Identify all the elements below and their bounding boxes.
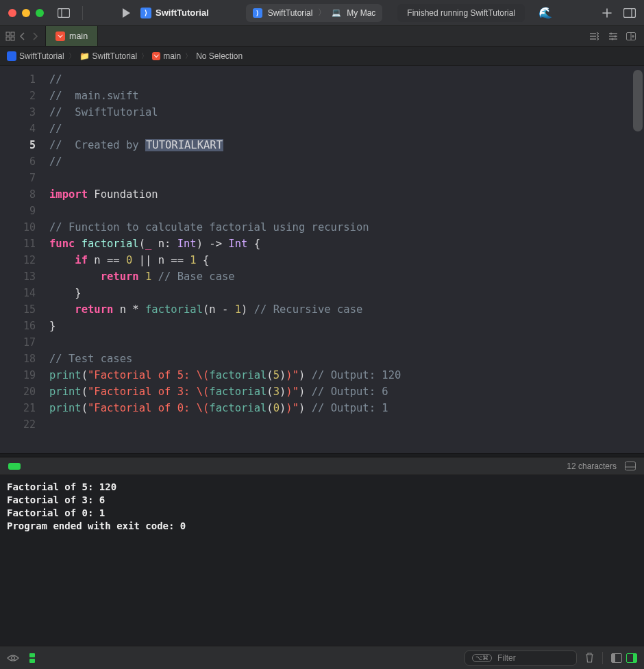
run-button-icon[interactable]	[121, 8, 131, 18]
svg-rect-13	[626, 462, 636, 470]
trash-icon[interactable]	[585, 653, 594, 663]
console-view-icon[interactable]	[625, 462, 636, 470]
breadcrumb-file[interactable]: main	[152, 51, 181, 61]
project-icon	[7, 51, 16, 61]
console-pane-toggle[interactable]	[626, 653, 637, 663]
svg-rect-6	[6, 37, 10, 40]
breadcrumb-project[interactable]: SwiftTutorial	[7, 51, 64, 61]
app-icon: ⟩	[140, 8, 151, 18]
window-controls	[8, 9, 44, 17]
swift-file-icon	[55, 31, 65, 41]
editor-options-icon[interactable]	[589, 32, 600, 40]
scheme-icon: ⟩	[253, 8, 262, 18]
filter-placeholder: Filter	[497, 653, 516, 663]
zoom-window-button[interactable]	[36, 9, 44, 17]
breakpoint-icon[interactable]	[27, 653, 37, 664]
titlebar: ⟩ SwiftTutorial ⟩ SwiftTutorial 〉 💻 My M…	[0, 0, 644, 26]
project-title: ⟩ SwiftTutorial	[140, 8, 209, 18]
filter-input[interactable]: ⌥⌘ Filter	[465, 651, 577, 666]
tab-bar: main	[0, 26, 644, 47]
mac-icon: 💻	[332, 8, 341, 17]
run-status-badge	[8, 463, 21, 470]
svg-point-9	[615, 35, 617, 37]
character-count: 12 characters	[567, 462, 617, 471]
svg-rect-4	[6, 32, 10, 36]
library-icon[interactable]	[623, 8, 636, 18]
separator	[82, 6, 83, 20]
variables-pane-toggle[interactable]	[611, 653, 622, 663]
scrollbar-thumb[interactable]	[633, 70, 643, 131]
folder-icon: 📁	[79, 51, 90, 61]
tab-main[interactable]: main	[45, 26, 98, 46]
scheme-selector[interactable]: ⟩ SwiftTutorial 〉 💻 My Mac	[246, 4, 383, 22]
svg-point-8	[610, 32, 612, 34]
left-sidebar-toggle-icon[interactable]	[58, 8, 70, 18]
activity-status: Finished running SwiftTutorial	[397, 4, 525, 22]
code-editor[interactable]: 12345678910111213141516171819202122 ////…	[0, 66, 644, 453]
minimize-window-button[interactable]	[22, 9, 30, 17]
console-header: 12 characters	[0, 457, 644, 475]
visibility-icon[interactable]	[7, 654, 19, 662]
add-tab-icon[interactable]	[602, 8, 612, 18]
line-gutter: 12345678910111213141516171819202122	[0, 66, 42, 453]
breadcrumb-selection[interactable]: No Selection	[196, 51, 243, 61]
related-items-icon[interactable]	[5, 31, 15, 41]
swift-file-icon	[152, 52, 160, 60]
debug-area-separator	[602, 652, 603, 664]
svg-rect-16	[29, 653, 35, 657]
project-name: SwiftTutorial	[156, 8, 209, 18]
nav-forward-icon[interactable]	[30, 32, 40, 40]
destination-name: My Mac	[347, 8, 375, 18]
adjust-editor-icon[interactable]	[608, 32, 618, 40]
close-window-button[interactable]	[8, 9, 16, 17]
nav-back-icon[interactable]	[18, 32, 27, 40]
breadcrumb: SwiftTutorial 〉 📁SwiftTutorial 〉 main 〉 …	[0, 47, 644, 66]
breadcrumb-folder[interactable]: 📁SwiftTutorial	[79, 51, 138, 61]
svg-point-10	[612, 38, 614, 40]
console-output[interactable]: Factorial of 5: 120Factorial of 3: 6Fact…	[0, 475, 644, 646]
svg-rect-17	[29, 659, 35, 663]
debug-bar: ⌥⌘ Filter	[0, 646, 644, 669]
tab-label: main	[69, 31, 88, 41]
chevron-right-icon: 〉	[141, 51, 148, 61]
svg-rect-0	[58, 8, 70, 17]
svg-point-15	[12, 656, 15, 659]
activity-icon: 🌊	[538, 6, 552, 19]
filter-shortcut-badge: ⌥⌘	[472, 654, 492, 662]
chevron-right-icon: 〉	[185, 51, 192, 61]
scheme-name: SwiftTutorial	[268, 8, 313, 18]
pane-toggle[interactable]	[611, 653, 637, 663]
scheme-separator: 〉	[318, 7, 326, 18]
chevron-right-icon: 〉	[69, 51, 75, 61]
svg-rect-5	[11, 32, 14, 36]
svg-rect-7	[11, 37, 14, 40]
code-area[interactable]: //// main.swift// SwiftTutorial//// Crea…	[42, 66, 644, 453]
svg-rect-2	[624, 8, 636, 17]
status-text: Finished running SwiftTutorial	[407, 8, 515, 18]
add-editor-icon[interactable]	[626, 32, 636, 40]
